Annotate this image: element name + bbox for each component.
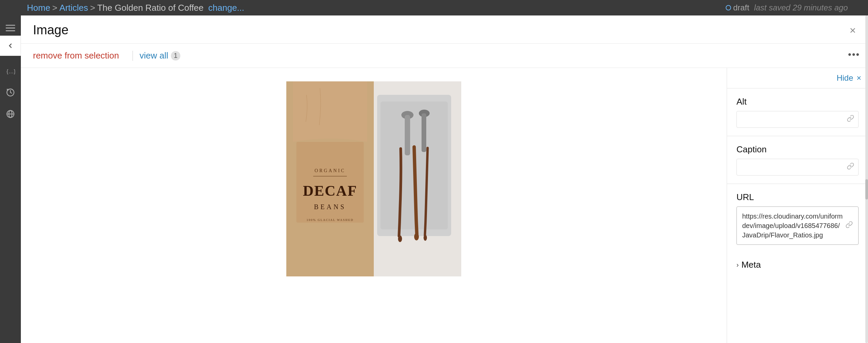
meta-chevron-icon: › [737, 261, 739, 269]
view-all-button[interactable]: view all 1 [140, 51, 180, 61]
sidebar-icon-menu[interactable] [5, 22, 16, 34]
alt-input[interactable] [737, 111, 859, 128]
sidebar-icon-globe[interactable] [5, 108, 16, 120]
svg-text:BEANS: BEANS [314, 203, 346, 211]
svg-text:{…}: {…} [6, 68, 15, 74]
modal-close-button[interactable]: × [849, 25, 856, 36]
sidebar-icon-history[interactable] [5, 87, 16, 98]
alt-section: Alt [727, 88, 868, 136]
url-input-field[interactable]: https://res.cloudinary.com/uniformdev/im… [737, 207, 859, 245]
modal-panel: Image × ••• remove from selection view a… [21, 15, 868, 343]
svg-point-15 [414, 233, 419, 241]
modal-title: Image [33, 23, 69, 37]
svg-rect-19 [405, 115, 410, 155]
coffee-image: ORGANIC DECAF BEANS 100% GLACIAL WASHED [286, 82, 461, 276]
breadcrumb-current: The Golden Ratio of Coffee [97, 3, 204, 13]
meta-section[interactable]: › Meta [727, 253, 868, 277]
url-section: URL https://res.cloudinary.com/uniformde… [727, 184, 868, 253]
svg-point-16 [424, 235, 427, 241]
svg-text:100% GLACIAL WASHED: 100% GLACIAL WASHED [307, 218, 353, 222]
breadcrumb-articles[interactable]: Articles [60, 3, 88, 13]
breadcrumb-change[interactable]: change... [208, 3, 244, 13]
back-button[interactable] [0, 36, 21, 56]
url-value: https://res.cloudinary.com/uniformdev/im… [742, 212, 843, 240]
breadcrumb-sep2: > [90, 3, 95, 13]
caption-link-icon [847, 162, 854, 172]
breadcrumb-sep1: > [52, 3, 57, 13]
alt-link-icon [847, 115, 854, 124]
breadcrumb: Home > Articles > The Golden Ratio of Co… [27, 3, 244, 13]
right-panel-header: Hide × [727, 68, 868, 88]
draft-circle-icon [726, 5, 731, 10]
sidebar: {…} [0, 15, 21, 343]
hide-button[interactable]: Hide [837, 73, 853, 83]
svg-text:ORGANIC: ORGANIC [315, 168, 345, 173]
meta-label: Meta [742, 259, 761, 270]
remove-from-selection-button[interactable]: remove from selection [33, 51, 126, 61]
draft-text: draft [733, 3, 749, 12]
right-panel: Hide × Alt Caption [727, 68, 868, 343]
svg-rect-20 [422, 113, 426, 152]
content-area: ORGANIC DECAF BEANS 100% GLACIAL WASHED … [21, 68, 868, 343]
toolbar-row: remove from selection view all 1 [21, 44, 868, 68]
url-link-icon [845, 221, 853, 230]
more-options-button[interactable]: ••• [848, 49, 860, 60]
hide-x-icon[interactable]: × [857, 73, 861, 83]
sidebar-icon-code[interactable]: {…} [5, 65, 16, 77]
toolbar-divider [132, 51, 133, 61]
svg-rect-0 [6, 25, 15, 26]
image-preview-area: ORGANIC DECAF BEANS 100% GLACIAL WASHED [21, 68, 727, 343]
alt-label: Alt [737, 96, 859, 107]
draft-badge: draft [726, 3, 749, 12]
view-all-label: view all [140, 51, 168, 61]
last-saved-text: last saved 29 minutes ago [754, 3, 848, 12]
svg-point-14 [398, 236, 402, 242]
modal-header: Image × [21, 15, 868, 44]
breadcrumb-home[interactable]: Home [27, 3, 50, 13]
caption-input[interactable] [737, 159, 859, 176]
caption-label: Caption [737, 144, 859, 155]
svg-text:DECAF: DECAF [303, 183, 357, 199]
svg-rect-21 [297, 142, 364, 223]
view-all-count: 1 [171, 51, 180, 61]
url-label: URL [737, 192, 859, 202]
svg-rect-1 [6, 28, 15, 29]
top-bar-right: draft last saved 29 minutes ago [726, 3, 848, 12]
scrollbar-thumb[interactable] [865, 179, 868, 199]
caption-section: Caption [727, 136, 868, 184]
top-bar: Home > Articles > The Golden Ratio of Co… [0, 0, 868, 15]
scrollbar[interactable] [865, 15, 868, 343]
svg-rect-2 [6, 30, 15, 31]
